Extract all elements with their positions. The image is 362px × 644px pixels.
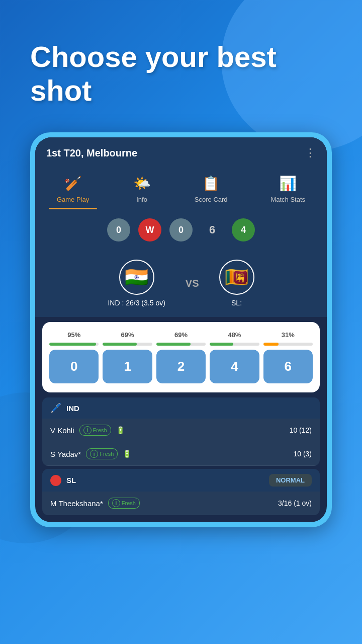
- gameplay-label: Game Play: [57, 196, 89, 203]
- shot-item-0: 95% 0: [49, 331, 99, 383]
- sl-card-header: SL NORMAL: [42, 469, 320, 492]
- matchstats-label: Match Stats: [270, 196, 305, 203]
- team1-block: 🇮🇳 IND : 26/3 (3.5 ov): [108, 260, 165, 307]
- gameplay-icon: 🏏: [63, 174, 82, 193]
- shot-button-0[interactable]: 0: [49, 350, 99, 383]
- ind-card-header: 🖊️ IND: [42, 397, 320, 419]
- sl-player-card: SL NORMAL M Theekshana* i Fresh 3/16 (1 …: [42, 469, 320, 515]
- player1-score: 10 (12): [290, 426, 312, 434]
- ind-team-name: IND: [66, 404, 79, 413]
- shot-button-4[interactable]: 4: [210, 350, 259, 383]
- tab-info[interactable]: 🌤️ Info: [124, 174, 159, 209]
- player2-left: S Yadav* i Fresh 🔋: [50, 448, 131, 459]
- shot-item-1: 69% 1: [103, 331, 152, 383]
- progress-0: [49, 343, 99, 346]
- shot-item-2: 69% 2: [156, 331, 206, 383]
- player1-left: V Kohli i Fresh 🔋: [50, 425, 125, 436]
- ball-0b: 0: [169, 218, 193, 242]
- phone-screen: 1st T20, Melbourne ⋮ 🏏 Game Play 🌤️ Info…: [35, 137, 327, 522]
- fill-0: [49, 343, 96, 346]
- pct-1: 69%: [121, 331, 134, 339]
- tab-scorecard[interactable]: 📋 Score Card: [187, 174, 236, 209]
- info-label: Info: [136, 196, 147, 203]
- scorecard-label: Score Card: [195, 196, 228, 203]
- shot-button-1[interactable]: 1: [103, 350, 152, 383]
- bat-icon: 🖊️: [50, 403, 61, 414]
- shot-item-6: 31% 6: [263, 331, 313, 383]
- scorecard-icon: 📋: [202, 174, 221, 193]
- progress-1: [103, 343, 152, 346]
- pct-0: 95%: [67, 331, 80, 339]
- sl-player1-score: 3/16 (1 ov): [278, 499, 312, 507]
- info-circle-icon2: i: [90, 450, 98, 458]
- pct-2: 69%: [174, 331, 188, 339]
- pct-6: 31%: [282, 331, 295, 339]
- india-score: IND : 26/3 (3.5 ov): [108, 299, 165, 307]
- player2-fresh-badge: i Fresh: [86, 448, 118, 459]
- player1-fresh-badge: i Fresh: [79, 425, 111, 436]
- fill-1: [103, 343, 137, 346]
- shot-card: 95% 0 69% 1 69%: [42, 322, 320, 392]
- shot-button-2[interactable]: 2: [156, 350, 206, 383]
- score-row: 0 W 0 6 4: [35, 209, 327, 252]
- ball-0: 0: [107, 218, 130, 242]
- match-header: 1st T20, Melbourne ⋮: [35, 137, 327, 169]
- shot-row: 95% 0 69% 1 69%: [49, 331, 313, 383]
- tab-gameplay[interactable]: 🏏 Game Play: [49, 174, 97, 209]
- progress-4: [210, 343, 259, 346]
- sl-player1-name: M Theekshana*: [50, 499, 103, 508]
- nav-tabs: 🏏 Game Play 🌤️ Info 📋 Score Card 📊 Match…: [35, 169, 327, 209]
- player1-battery-icon: 🔋: [116, 426, 125, 434]
- sl-team-name: SL: [66, 476, 76, 485]
- progress-6: [263, 343, 313, 346]
- shot-item-4: 48% 4: [210, 331, 259, 383]
- team2-block: 🇱🇰 SL:: [219, 260, 254, 307]
- ind-player-card: 🖊️ IND V Kohli i Fresh 🔋 10 (12) S Yadav…: [42, 397, 320, 466]
- sl-player-row-1: M Theekshana* i Fresh 3/16 (1 ov): [42, 492, 320, 515]
- fill-4: [210, 343, 233, 346]
- ind-player-row-2: S Yadav* i Fresh 🔋 10 (3): [42, 442, 320, 466]
- player2-battery-icon: 🔋: [123, 450, 131, 458]
- player2-score: 10 (3): [293, 450, 312, 458]
- sl-dot-icon: [50, 475, 61, 486]
- vs-label: VS: [186, 278, 199, 289]
- sl-player1-fresh-badge: i Fresh: [108, 498, 140, 509]
- fill-2: [156, 343, 191, 346]
- progress-2: [156, 343, 206, 346]
- fill-6: [263, 343, 279, 346]
- sl-left: SL: [50, 475, 76, 486]
- info-circle-icon3: i: [112, 499, 120, 507]
- info-circle-icon: i: [83, 426, 92, 434]
- player2-name: S Yadav*: [50, 450, 81, 458]
- ball-4: 4: [232, 218, 255, 242]
- pct-4: 48%: [228, 331, 241, 339]
- sl-flag: 🇱🇰: [219, 260, 254, 295]
- shot-button-6[interactable]: 6: [263, 350, 313, 383]
- headline: Choose your best shot: [0, 0, 362, 122]
- player1-name: V Kohli: [50, 426, 74, 435]
- matchstats-icon: 📊: [279, 174, 298, 193]
- ind-player-row-1: V Kohli i Fresh 🔋 10 (12): [42, 419, 320, 442]
- vs-section: 🇮🇳 IND : 26/3 (3.5 ov) VS 🇱🇰 SL:: [35, 252, 327, 317]
- info-icon: 🌤️: [132, 174, 151, 193]
- ball-6: 6: [201, 218, 224, 242]
- match-title: 1st T20, Melbourne: [46, 147, 137, 159]
- tab-matchstats[interactable]: 📊 Match Stats: [262, 174, 313, 209]
- india-flag: 🇮🇳: [119, 260, 154, 295]
- sl-player1-left: M Theekshana* i Fresh: [50, 498, 140, 509]
- ball-w: W: [138, 218, 161, 242]
- more-menu-icon[interactable]: ⋮: [305, 146, 316, 159]
- normal-badge: NORMAL: [269, 474, 312, 487]
- phone-frame: 1st T20, Melbourne ⋮ 🏏 Game Play 🌤️ Info…: [30, 132, 332, 527]
- sl-score: SL:: [231, 299, 242, 307]
